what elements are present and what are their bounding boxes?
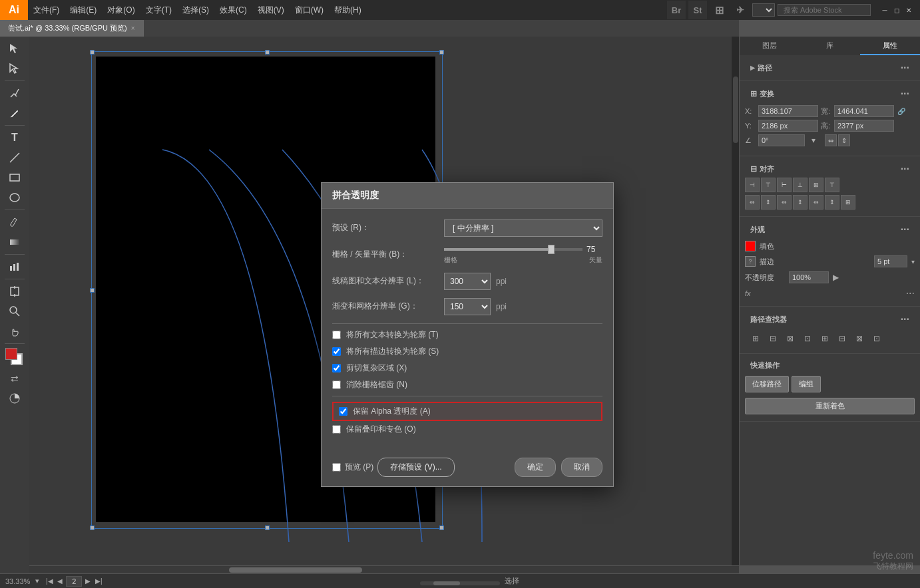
x-input[interactable] [758,105,818,117]
w-input[interactable] [834,105,894,117]
grad-res-input[interactable]: 300 150 72 [444,298,491,315]
workspace-select[interactable]: 基本功能 [752,3,775,17]
pathfinder-crop[interactable]: ⊡ [869,331,885,347]
page-number-input[interactable] [66,576,82,587]
link-icon[interactable]: 🔗 [897,106,906,116]
ok-button[interactable]: 确定 [515,458,556,477]
balance-slider-thumb[interactable] [548,245,555,254]
balance-slider-track[interactable] [444,248,582,251]
close-btn[interactable]: ✕ [903,4,915,16]
dist-v2-icon[interactable]: ⇕ [793,195,807,210]
transform-section-header[interactable]: ⊞ 变换 ··· [745,85,915,102]
bar-chart-tool[interactable] [3,257,27,276]
h-scroll-indicator[interactable] [420,581,500,585]
tab-close-btn[interactable]: × [131,25,135,32]
dist-more-icon[interactable]: ⊞ [841,195,855,210]
stroke-swatch[interactable]: ? [745,256,756,267]
dist-v-icon[interactable]: ⇕ [761,195,776,210]
pathfinder-header[interactable]: 路径查找器 ··· [745,311,915,328]
menu-help[interactable]: 帮助(H) [329,0,367,20]
active-tab[interactable]: 尝试.ai* @ 33.33% (RGB/GPU 预览) × [0,20,144,37]
artboard-tool[interactable] [3,282,27,301]
quick-actions-header[interactable]: 快速操作 [745,358,915,373]
h-input[interactable] [834,120,894,132]
transform-more-btn[interactable]: ··· [901,88,909,100]
tab-layers[interactable]: 图层 [740,37,800,55]
paint-bucket-tool[interactable] [3,213,27,231]
grid-icon[interactable]: ⊞ [710,1,728,19]
pathfinder-more-btn[interactable]: ··· [901,313,909,325]
stock-icon[interactable]: St [688,1,707,19]
pathfinder-divide[interactable]: ⊞ [817,331,833,347]
align-right-icon[interactable]: ⊢ [777,178,792,192]
recolor-btn[interactable]: 重新着色 [745,398,915,414]
swap-color-icon[interactable]: ⇄ [3,369,27,388]
align-top-icon[interactable]: ⊥ [793,178,807,192]
cb5-checkbox[interactable] [339,407,347,416]
line-tool[interactable] [3,148,27,167]
bridge-icon[interactable]: Br [667,1,686,19]
pathfinder-unite[interactable]: ⊞ [748,331,764,347]
dist-v3-icon[interactable]: ⇕ [825,195,839,210]
dist-h2-icon[interactable]: ⇔ [777,195,792,210]
offset-path-btn[interactable]: 位移路径 [745,376,789,392]
fx-more-btn[interactable]: ··· [906,287,915,299]
menu-file[interactable]: 文件(F) [28,0,65,20]
pathfinder-merge[interactable]: ⊠ [851,331,867,347]
stroke-more-icon[interactable]: ▾ [911,258,915,265]
align-center-v-icon[interactable]: ⊤ [761,178,776,192]
align-more-btn[interactable]: ··· [901,163,909,175]
cb4-checkbox[interactable] [332,380,341,389]
align-center-h-icon[interactable]: ⊞ [809,178,823,192]
dist-h3-icon[interactable]: ⇔ [809,195,823,210]
align-left-icon[interactable]: ⊣ [745,178,760,192]
menu-edit[interactable]: 编辑(E) [65,0,102,20]
line-res-input[interactable]: 300 150 72 [444,273,491,290]
tab-properties[interactable]: 属性 [860,37,920,55]
menu-text[interactable]: 文字(T) [140,0,177,20]
align-bottom-icon[interactable]: ⊤ [825,178,839,192]
hand-tool[interactable] [3,322,27,341]
menu-window[interactable]: 窗口(W) [290,0,329,20]
menu-effect[interactable]: 效果(C) [214,0,252,20]
menu-object[interactable]: 对象(O) [102,0,140,20]
stroke-value-input[interactable] [874,255,907,267]
prev-page-btn[interactable]: ◀ [55,577,65,586]
rect-tool[interactable] [3,168,27,187]
h-scrollbar[interactable] [29,565,739,573]
minimize-btn[interactable]: ─ [879,4,891,16]
pathfinder-trim[interactable]: ⊟ [834,331,850,347]
preset-select[interactable]: [ 高分辨率 ] [ 中分辨率 ] [ 低分辨率 ] [444,220,602,237]
arrange-icon[interactable]: ✈ [731,1,750,19]
pen-tool[interactable] [3,84,27,102]
cancel-button[interactable]: 取消 [561,458,602,477]
fill-swatch[interactable] [745,241,756,251]
dist-h-icon[interactable]: ⇔ [745,195,760,210]
align-section-header[interactable]: ⊟ 对齐 ··· [745,160,915,178]
menu-view[interactable]: 视图(V) [252,0,290,20]
menu-select[interactable]: 选择(S) [177,0,214,20]
color-mode-icon[interactable] [3,389,27,408]
cb2-checkbox[interactable] [332,347,341,356]
fill-stroke-display[interactable] [3,347,27,368]
opacity-more-icon[interactable]: ▶ [833,273,839,282]
save-preset-button[interactable]: 存储预设 (V)... [377,458,454,477]
angle-input[interactable] [758,134,805,146]
restore-btn[interactable]: ◻ [891,4,903,16]
type-tool[interactable]: T [3,128,27,147]
stock-search[interactable] [778,4,871,16]
gradient-tool[interactable] [3,233,27,251]
path-section-header[interactable]: ▶ 路径 ··· [745,59,915,76]
group-btn[interactable]: 编组 [792,376,821,392]
angle-stepper[interactable]: ▾ [807,136,819,145]
appearance-more-btn[interactable]: ··· [901,223,909,235]
flip-h-btn[interactable]: ⇔ [825,134,837,146]
direct-select-tool[interactable] [3,59,27,78]
appearance-section-header[interactable]: 外观 ··· [745,221,915,238]
h-scrollbar-thumb[interactable] [229,567,362,573]
next-page-btn[interactable]: ▶ [83,577,93,586]
pathfinder-intersect[interactable]: ⊠ [782,331,798,347]
first-page-btn[interactable]: |◀ [45,577,54,586]
y-input[interactable] [758,120,818,132]
last-page-btn[interactable]: ▶| [94,577,103,586]
